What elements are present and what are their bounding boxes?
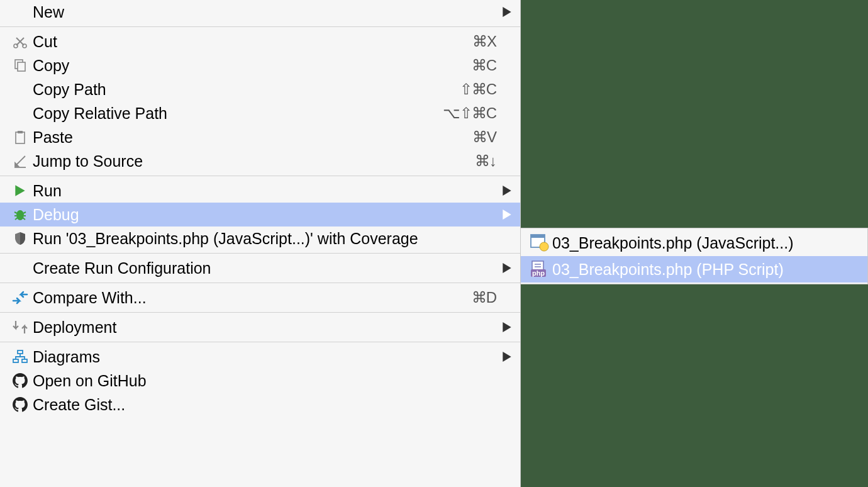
menu-item-label: Copy bbox=[33, 57, 467, 75]
menu-item-new[interactable]: New bbox=[0, 0, 520, 24]
menu-item-compare-with[interactable]: Compare With... ⌘D bbox=[0, 286, 520, 310]
menu-item-debug[interactable]: Debug bbox=[0, 203, 520, 227]
submenu-arrow-icon bbox=[496, 210, 511, 220]
menu-item-label: Deployment bbox=[33, 318, 496, 337]
submenu-arrow-icon bbox=[496, 352, 511, 362]
copy-icon bbox=[8, 58, 33, 73]
menu-item-copy[interactable]: Copy ⌘C bbox=[0, 53, 520, 77]
svg-point-0 bbox=[14, 44, 18, 48]
menu-item-shortcut: ⌘↓ bbox=[475, 152, 496, 170]
menu-item-shortcut: ⌥⇧⌘C bbox=[443, 104, 496, 122]
svg-line-9 bbox=[23, 212, 26, 213]
edit-icon bbox=[8, 154, 33, 169]
run-icon bbox=[8, 184, 33, 198]
menu-item-label: Diagrams bbox=[33, 348, 496, 366]
menu-item-deployment[interactable]: Deployment bbox=[0, 315, 520, 339]
menu-item-label: Run '03_Breakpoints.php (JavaScript...)'… bbox=[33, 230, 496, 248]
svg-rect-14 bbox=[18, 350, 23, 354]
submenu-item-js-config[interactable]: 03_Breakpoints.php (JavaScript...) bbox=[521, 230, 867, 256]
svg-point-1 bbox=[23, 44, 26, 48]
menu-item-label: Debug bbox=[33, 206, 496, 224]
svg-rect-3 bbox=[18, 62, 25, 71]
menu-separator bbox=[0, 310, 520, 315]
submenu-arrow-icon bbox=[496, 7, 511, 17]
submenu-item-php-config[interactable]: php 03_Breakpoints.php (PHP Script) bbox=[521, 256, 867, 283]
menu-item-label: Open on GitHub bbox=[33, 372, 496, 390]
coverage-icon bbox=[8, 231, 33, 246]
submenu-arrow-icon bbox=[496, 322, 511, 332]
svg-point-7 bbox=[16, 210, 24, 220]
menu-item-label: Create Gist... bbox=[33, 396, 496, 414]
svg-line-13 bbox=[23, 218, 25, 220]
submenu-arrow-icon bbox=[496, 263, 511, 273]
menu-item-label: Paste bbox=[33, 128, 467, 147]
menu-item-shortcut: ⌘X bbox=[472, 33, 496, 50]
menu-separator bbox=[0, 250, 520, 256]
paste-icon bbox=[8, 130, 33, 145]
svg-line-8 bbox=[14, 212, 17, 213]
browser-js-icon bbox=[527, 234, 552, 252]
menu-separator bbox=[0, 339, 520, 345]
svg-rect-15 bbox=[13, 359, 18, 362]
debug-icon bbox=[8, 207, 33, 222]
svg-point-19 bbox=[540, 242, 548, 251]
menu-item-open-on-github[interactable]: Open on GitHub bbox=[0, 369, 520, 393]
menu-item-run[interactable]: Run bbox=[0, 179, 520, 203]
menu-item-run-with-coverage[interactable]: Run '03_Breakpoints.php (JavaScript...)'… bbox=[0, 227, 520, 250]
svg-rect-18 bbox=[531, 235, 545, 238]
menu-item-label: Cut bbox=[33, 33, 467, 51]
svg-rect-4 bbox=[16, 132, 25, 143]
diagrams-icon bbox=[8, 349, 33, 364]
svg-rect-5 bbox=[18, 131, 23, 133]
debug-submenu: 03_Breakpoints.php (JavaScript...) php 0… bbox=[521, 228, 868, 284]
menu-item-create-run-configuration[interactable]: Create Run Configuration bbox=[0, 256, 520, 280]
menu-item-shortcut: ⇧⌘C bbox=[460, 81, 496, 98]
cut-icon bbox=[8, 34, 33, 49]
menu-item-shortcut: ⌘D bbox=[472, 289, 496, 306]
svg-text:php: php bbox=[532, 269, 545, 277]
menu-separator bbox=[0, 24, 520, 30]
github-icon bbox=[8, 372, 33, 389]
context-menu: New Cut ⌘X Copy ⌘C Copy Path ⇧⌘C Copy Re… bbox=[0, 0, 521, 487]
menu-item-create-gist[interactable]: Create Gist... bbox=[0, 393, 520, 417]
svg-line-12 bbox=[15, 218, 18, 220]
submenu-item-label: 03_Breakpoints.php (PHP Script) bbox=[552, 260, 859, 279]
menu-item-jump-to-source[interactable]: Jump to Source ⌘↓ bbox=[0, 149, 520, 173]
menu-item-label: Compare With... bbox=[33, 289, 467, 307]
menu-item-shortcut: ⌘C bbox=[472, 57, 496, 74]
menu-item-diagrams[interactable]: Diagrams bbox=[0, 345, 520, 369]
menu-item-label: New bbox=[33, 3, 496, 21]
menu-separator bbox=[0, 173, 520, 179]
menu-item-copy-path[interactable]: Copy Path ⇧⌘C bbox=[0, 77, 520, 101]
menu-item-cut[interactable]: Cut ⌘X bbox=[0, 30, 520, 53]
menu-item-label: Copy Path bbox=[33, 81, 455, 99]
compare-icon bbox=[8, 291, 33, 305]
menu-item-label: Run bbox=[33, 182, 496, 200]
svg-rect-16 bbox=[22, 359, 27, 362]
menu-item-label: Jump to Source bbox=[33, 152, 470, 171]
submenu-item-label: 03_Breakpoints.php (JavaScript...) bbox=[552, 234, 859, 252]
submenu-arrow-icon bbox=[496, 186, 511, 196]
deployment-icon bbox=[8, 320, 33, 335]
menu-item-copy-relative-path[interactable]: Copy Relative Path ⌥⇧⌘C bbox=[0, 101, 520, 125]
menu-separator bbox=[0, 280, 520, 286]
menu-item-label: Create Run Configuration bbox=[33, 259, 496, 277]
github-icon bbox=[8, 396, 33, 413]
menu-item-shortcut: ⌘V bbox=[472, 128, 496, 146]
menu-item-paste[interactable]: Paste ⌘V bbox=[0, 125, 520, 149]
menu-item-label: Copy Relative Path bbox=[33, 104, 438, 123]
php-file-icon: php bbox=[527, 260, 552, 278]
